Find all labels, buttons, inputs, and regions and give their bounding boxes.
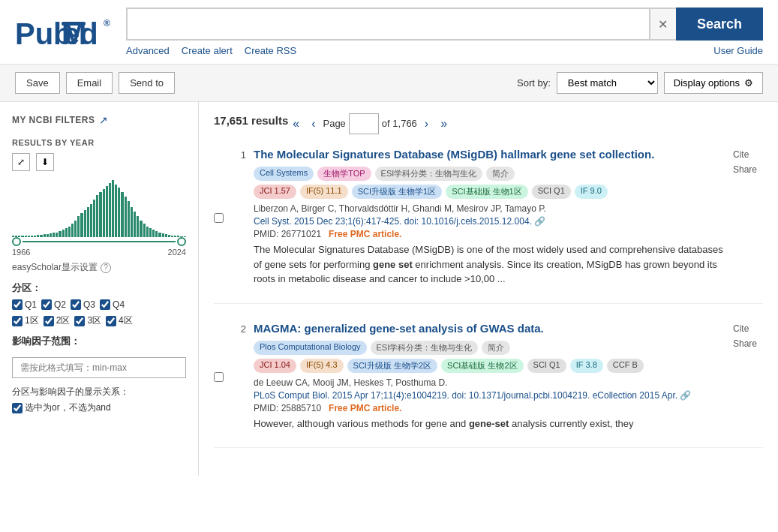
main-layout: MY NCBI FILTERS ↗ RESULTS BY YEAR ⤢ ⬇ 19… [0,102,778,476]
send-to-button[interactable]: Send to [119,72,175,94]
score-if-1: IF 9.0 [575,185,608,199]
toolbar: Save Email Send to Sort by: Best match M… [0,65,778,102]
score-sciq-1: SCI Q1 [532,185,571,199]
impact-label: 影响因子范围： [12,335,186,348]
clear-search-button[interactable]: ✕ [649,8,676,41]
create-rss-link[interactable]: Create RSS [245,45,296,56]
range-end-dot[interactable] [177,237,186,246]
checkbox-q3[interactable]: Q3 [71,299,95,310]
zone-checkboxes: 1区 2区 3区 4区 [12,314,186,327]
save-button[interactable]: Save [15,72,60,94]
page-number-input[interactable]: 1 [349,113,379,134]
create-alert-link[interactable]: Create alert [182,45,233,56]
relation-option-label: 选中为or，不选为and [25,401,111,414]
user-guide-link[interactable]: User Guide [713,45,763,56]
svg-text:M: M [62,17,86,50]
sort-label: Sort by: [517,77,551,89]
share-2[interactable]: Share [733,338,763,349]
results-area: 17,651 results « ‹ Page 1 of 1,766 › » 1… [199,102,778,476]
search-links: Advanced Create alert Create RSS User Gu… [126,45,763,56]
article-2-checkbox[interactable] [214,323,224,431]
display-options-button[interactable]: Display options ⚙ [664,72,763,94]
display-options-label: Display options [674,77,740,89]
partition-filter: 分区： Q1 Q2 Q3 Q4 1区 2区 3区 4区 [12,281,186,327]
article-1-tags: Cell Systems 生物学TOP ESI学科分类：生物与生化 简介 [254,167,725,181]
checkbox-relation[interactable]: 选中为or，不选为and [12,401,186,414]
article-1: 1 The Molecular Signatures Database (MSi… [214,146,763,304]
search-area: "gene set" ✕ Search Advanced Create aler… [126,8,763,56]
easyscolar-section: easyScholar显示设置 ? [12,261,186,274]
range-start-dot[interactable] [12,237,21,246]
checkbox-z2[interactable]: 2区 [44,314,71,327]
expand-chart-button[interactable]: ⤢ [12,153,30,171]
checkbox-q4[interactable]: Q4 [100,299,125,310]
last-page-button[interactable]: » [436,116,452,132]
tag-intro-1[interactable]: 简介 [486,167,515,181]
tag-plos[interactable]: Plos Computational Biology [254,341,367,355]
article-1-free-pmc: Free PMC article. [329,229,401,239]
download-chart-button[interactable]: ⬇ [36,153,54,171]
article-2-journal-link[interactable]: PLoS Comput Biol. 2015 Apr 17;11(4):e100… [254,390,677,401]
tag-esi-bio[interactable]: ESI学科分类：生物与生化 [375,167,483,181]
article-2-scores: JCI 1.04 IF(5) 4.3 SCI升级版 生物学2区 SCI基础版 生… [254,359,725,373]
article-1-journal: Cell Syst. 2015 Dec 23;1(6):417-425. doi… [254,216,725,227]
impact-filter: 影响因子范围： [12,335,186,378]
checkbox-q1[interactable]: Q1 [12,299,37,310]
cite-1[interactable]: Cite [733,149,763,160]
article-1-checkbox[interactable] [214,149,224,287]
my-ncbi-section: MY NCBI FILTERS ↗ [12,114,186,126]
checkbox-z1[interactable]: 1区 [12,314,39,327]
gear-icon: ⚙ [744,77,753,89]
article-2-pmid: PMID: 25885710 Free PMC article. [254,403,725,413]
article-2-number: 2 [231,323,246,431]
email-button[interactable]: Email [66,72,113,94]
search-input[interactable]: "gene set" [126,8,649,41]
range-line [23,241,176,242]
sidebar: MY NCBI FILTERS ↗ RESULTS BY YEAR ⤢ ⬇ 19… [0,102,199,476]
user-guide-spacer: User Guide [713,45,763,56]
checkbox-q2[interactable]: Q2 [41,299,66,310]
tag-biology-top[interactable]: 生物学TOP [317,167,371,181]
pagination: « ‹ Page 1 of 1,766 › » [288,113,452,134]
advanced-link[interactable]: Advanced [126,45,170,56]
share-1[interactable]: Share [733,164,763,175]
chart-bars [12,177,186,237]
doi-icon-2: 🔗 [680,390,691,401]
tag-intro-2[interactable]: 简介 [482,341,510,355]
article-1-journal-link[interactable]: Cell Syst. 2015 Dec 23;1(6):417-425. doi… [254,216,532,227]
article-1-scores: JCI 1.57 IF(5) 11.1 SCI升级版 生物学1区 SCI基础版 … [254,185,725,199]
article-1-pmid: PMID: 26771021 Free PMC article. [254,229,725,239]
score-ccf-2: CCF B [607,359,644,373]
article-1-number: 1 [231,149,246,287]
article-2-title[interactable]: MAGMA: generalized gene-set analysis of … [254,320,725,336]
score-if5-1: IF(5) 11.1 [300,185,348,199]
article-2: 2 MAGMA: generalized gene-set analysis o… [214,320,763,449]
article-2-journal: PLoS Comput Biol. 2015 Apr 17;11(4):e100… [254,390,725,401]
year-start: 1966 [12,248,30,257]
article-2-free-pmc: Free PMC article. [329,403,401,413]
first-page-button[interactable]: « [288,116,304,132]
score-if-2: IF 3.8 [570,359,603,373]
article-2-abstract: However, although various methods for ge… [254,416,725,431]
tag-cell-systems[interactable]: Cell Systems [254,167,314,181]
sort-select[interactable]: Best match Most recent Publication date … [557,72,658,94]
year-end: 2024 [168,248,186,257]
prev-page-button[interactable]: ‹ [307,116,320,132]
article-2-content: MAGMA: generalized gene-set analysis of … [254,320,725,431]
tag-esi-bio-2[interactable]: ESI学科分类：生物与生化 [371,341,479,355]
external-link-icon[interactable]: ↗ [99,114,108,126]
cite-2[interactable]: Cite [733,323,763,334]
results-header: 17,651 results « ‹ Page 1 of 1,766 › » [214,114,763,136]
score-sci-base-2: SCI基础版 生物2区 [441,359,524,373]
search-button[interactable]: Search [676,8,763,41]
page-total: of 1,766 [382,118,417,129]
next-page-button[interactable]: › [420,116,433,132]
article-1-title[interactable]: The Molecular Signatures Database (MSigD… [254,146,725,162]
checkbox-z4[interactable]: 4区 [106,314,133,327]
checkbox-z3[interactable]: 3区 [74,314,101,327]
results-by-year: RESULTS BY YEAR ⤢ ⬇ 1966 2024 [12,138,186,252]
impact-range-input[interactable] [12,357,186,378]
info-icon[interactable]: ? [101,263,111,273]
results-year-title: RESULTS BY YEAR [12,138,186,147]
q-checkboxes: Q1 Q2 Q3 Q4 [12,299,186,310]
